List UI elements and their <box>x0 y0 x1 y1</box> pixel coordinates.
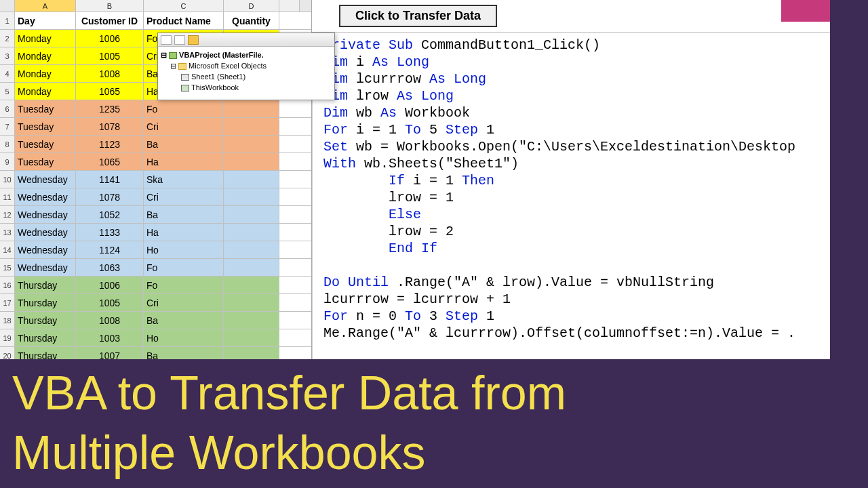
cell[interactable]: 1006 <box>76 30 144 47</box>
cell[interactable]: Monday <box>15 65 76 82</box>
cell[interactable]: Fo <box>144 259 224 276</box>
cell[interactable]: Ha <box>144 224 224 241</box>
cell[interactable]: 1123 <box>76 136 144 152</box>
cell[interactable]: Tuesday <box>15 153 76 170</box>
cell[interactable] <box>224 241 279 258</box>
cell[interactable] <box>224 136 279 152</box>
col-header-A[interactable]: A <box>15 0 76 12</box>
cell[interactable] <box>224 188 279 205</box>
cell[interactable]: Wednesday <box>15 241 76 258</box>
cell[interactable]: 1124 <box>76 241 144 258</box>
row-num[interactable]: 16 <box>0 277 15 293</box>
cell[interactable]: 1065 <box>76 153 144 170</box>
col-header-D[interactable]: D <box>224 0 279 12</box>
row-num[interactable]: 15 <box>0 259 15 276</box>
cell[interactable]: 1065 <box>76 83 144 100</box>
row-num[interactable]: 9 <box>0 153 15 170</box>
cell[interactable]: Ba <box>144 312 224 329</box>
col-header-C[interactable]: C <box>144 0 224 12</box>
cell[interactable]: 1005 <box>76 47 144 64</box>
cell[interactable]: Product Name <box>144 12 224 29</box>
cell[interactable] <box>224 224 279 241</box>
cell[interactable]: 1063 <box>76 259 144 276</box>
cell[interactable]: Monday <box>15 30 76 47</box>
toggle-folders-icon[interactable] <box>188 35 199 45</box>
cell[interactable]: Ho <box>144 241 224 258</box>
cell[interactable]: 1078 <box>76 118 144 135</box>
row-num[interactable]: 17 <box>0 294 15 311</box>
cell[interactable]: Wednesday <box>15 171 76 188</box>
cell[interactable]: Tuesday <box>15 118 76 135</box>
cell[interactable] <box>224 171 279 188</box>
cell[interactable] <box>224 277 279 293</box>
row-num[interactable]: 18 <box>0 312 15 329</box>
cell[interactable]: 1006 <box>76 277 144 293</box>
cell[interactable]: Wednesday <box>15 259 76 276</box>
cell[interactable]: Cri <box>144 118 224 135</box>
cell[interactable]: Ba <box>144 136 224 152</box>
row-num[interactable]: 1 <box>0 12 15 29</box>
view-object-icon[interactable] <box>174 35 185 45</box>
cell[interactable]: Ska <box>144 171 224 188</box>
cell[interactable]: Wednesday <box>15 224 76 241</box>
row-num[interactable]: 10 <box>0 171 15 188</box>
view-code-icon[interactable] <box>161 35 172 45</box>
cell[interactable]: Tuesday <box>15 100 76 117</box>
cell[interactable] <box>224 294 279 311</box>
cell[interactable]: Cri <box>144 294 224 311</box>
transfer-data-button[interactable]: Click to Transfer Data <box>339 5 497 27</box>
col-header-B[interactable]: B <box>76 0 144 12</box>
col-header-E[interactable] <box>279 0 300 12</box>
cell[interactable]: Customer ID <box>76 12 144 29</box>
tree-folder-node[interactable]: ⊟ Microsoft Excel Objects <box>170 60 332 71</box>
cell[interactable] <box>224 118 279 135</box>
row-num[interactable]: 14 <box>0 241 15 258</box>
cell[interactable]: Tuesday <box>15 136 76 152</box>
row-num[interactable]: 7 <box>0 118 15 135</box>
vba-project-explorer[interactable]: ⊟ VBAProject (MasterFile. ⊟ Microsoft Ex… <box>157 33 335 100</box>
cell[interactable]: Monday <box>15 47 76 64</box>
cell[interactable]: Thursday <box>15 277 76 293</box>
cell[interactable]: Thursday <box>15 329 76 346</box>
row-num[interactable]: 19 <box>0 329 15 346</box>
cell[interactable]: Day <box>15 12 76 29</box>
tree-sheet-node[interactable]: Sheet1 (Sheet1) <box>181 71 332 82</box>
select-all-corner[interactable] <box>0 0 15 12</box>
vba-code-area[interactable]: Private Sub CommandButton1_Click()Dim i … <box>312 33 868 359</box>
cell[interactable]: Monday <box>15 83 76 100</box>
cell[interactable]: Ba <box>144 206 224 223</box>
cell[interactable]: Wednesday <box>15 188 76 205</box>
row-num[interactable]: 4 <box>0 65 15 82</box>
row-num[interactable]: 12 <box>0 206 15 223</box>
row-num[interactable]: 13 <box>0 224 15 241</box>
row-num[interactable]: 5 <box>0 83 15 100</box>
cell[interactable]: 1052 <box>76 206 144 223</box>
cell[interactable] <box>224 312 279 329</box>
cell[interactable]: Thursday <box>15 312 76 329</box>
cell[interactable]: Thursday <box>15 294 76 311</box>
cell[interactable]: Cri <box>144 188 224 205</box>
cell[interactable]: 1133 <box>76 224 144 241</box>
cell[interactable] <box>224 206 279 223</box>
cell[interactable]: 1078 <box>76 188 144 205</box>
row-num[interactable]: 8 <box>0 136 15 152</box>
tree-workbook-node[interactable]: ThisWorkbook <box>181 82 332 93</box>
cell[interactable] <box>224 329 279 346</box>
row-num[interactable]: 3 <box>0 47 15 64</box>
cell[interactable]: Ho <box>144 329 224 346</box>
cell[interactable]: Wednesday <box>15 206 76 223</box>
cell[interactable]: Ha <box>144 153 224 170</box>
cell[interactable]: 1008 <box>76 312 144 329</box>
cell[interactable]: Fo <box>144 277 224 293</box>
cell[interactable]: 1003 <box>76 329 144 346</box>
cell[interactable] <box>224 153 279 170</box>
row-num[interactable]: 2 <box>0 30 15 47</box>
cell[interactable]: Fo <box>144 100 224 117</box>
cell[interactable]: 1005 <box>76 294 144 311</box>
cell[interactable]: 1141 <box>76 171 144 188</box>
tree-project-node[interactable]: ⊟ VBAProject (MasterFile. <box>161 49 332 60</box>
cell[interactable] <box>224 259 279 276</box>
cell[interactable] <box>224 100 279 117</box>
cell[interactable]: 1235 <box>76 100 144 117</box>
row-num[interactable]: 11 <box>0 188 15 205</box>
